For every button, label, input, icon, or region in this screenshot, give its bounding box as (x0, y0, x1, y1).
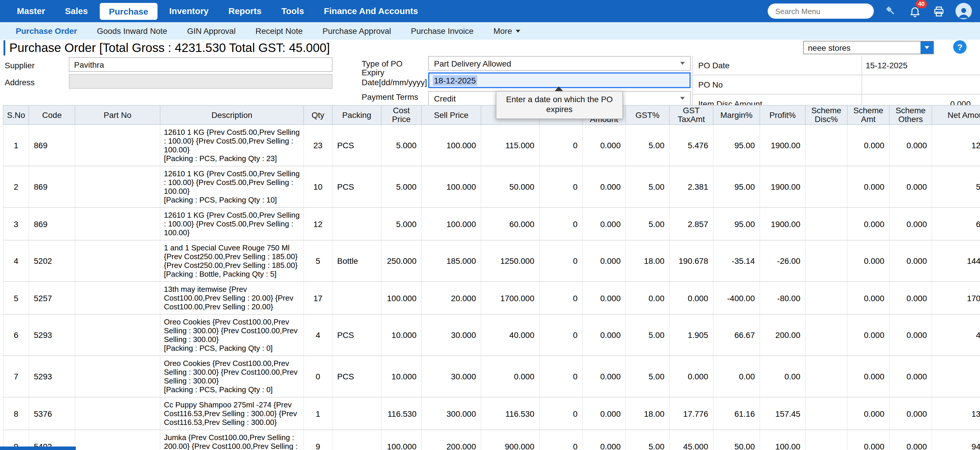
expiry-date-input[interactable]: 18-12-2025 (428, 72, 690, 88)
cell-cost-price[interactable]: 5.000 (381, 166, 422, 207)
cell-disc-pct[interactable]: 0 (539, 282, 582, 314)
cell-disc-amount[interactable]: 0.000 (582, 356, 625, 397)
cell-packing[interactable]: PCS (332, 166, 381, 207)
cell-amount[interactable]: 0.000 (481, 356, 539, 397)
cell-margin-pct[interactable]: 50.00 (713, 430, 760, 450)
cell-profit-pct[interactable]: -26.00 (760, 240, 805, 282)
cell-gst-taxamt[interactable]: 17.776 (670, 397, 713, 430)
cell-scheme-others[interactable]: 0.000 (889, 356, 932, 397)
cell-sno[interactable]: 5 (3, 282, 29, 314)
cell-net-amt[interactable]: 945.000 (932, 430, 980, 450)
cell-sell-price[interactable]: 30.000 (422, 314, 481, 356)
cell-scheme-disc-pct[interactable] (805, 397, 847, 430)
cell-profit-pct[interactable]: -80.00 (760, 282, 805, 314)
cell-sno[interactable]: 6 (3, 314, 29, 356)
cell-cost-price[interactable]: 10.000 (381, 314, 422, 356)
cell-scheme-amt[interactable]: 0.000 (847, 430, 889, 450)
cell-profit-pct[interactable]: 157.45 (760, 397, 805, 430)
cell-cost-price[interactable]: 100.000 (381, 430, 422, 450)
cell-net-amt[interactable]: 52.381 (932, 166, 980, 207)
cell-profit-pct[interactable]: 1900.00 (760, 166, 805, 207)
cell-amount[interactable]: 1700.000 (481, 282, 539, 314)
cell-net-amt[interactable]: 62.857 (932, 207, 980, 240)
cell-packing[interactable] (332, 207, 381, 240)
cell-sell-price[interactable]: 100.000 (422, 207, 481, 240)
cell-sell-price[interactable]: 200.000 (422, 430, 481, 450)
cell-qty[interactable]: 12 (304, 207, 332, 240)
cell-gst-taxamt[interactable]: 5.476 (670, 124, 713, 166)
cell-amount[interactable]: 900.000 (481, 430, 539, 450)
cell-code[interactable]: 5293 (29, 356, 75, 397)
cell-cost-price[interactable]: 10.000 (381, 356, 422, 397)
cell-amount[interactable]: 115.000 (481, 124, 539, 166)
cell-scheme-amt[interactable]: 0.000 (847, 240, 889, 282)
tab-purchase-approval[interactable]: Purchase Approval (313, 22, 401, 40)
cell-cost-price[interactable]: 100.000 (381, 282, 422, 314)
cell-disc-pct[interactable]: 0 (539, 240, 582, 282)
nav-item-reports[interactable]: Reports (218, 0, 271, 22)
cell-code[interactable]: 869 (29, 166, 75, 207)
nav-item-sales[interactable]: Sales (55, 0, 98, 22)
search-input[interactable] (768, 3, 874, 19)
cell-part-no[interactable] (75, 314, 160, 356)
cell-sno[interactable]: 4 (3, 240, 29, 282)
cell-packing[interactable]: PCS (332, 314, 381, 356)
cell-net-amt[interactable]: 134.306 (932, 397, 980, 430)
cell-description[interactable]: Oreo Cookies {Prev Cost100.00,Prev Selli… (160, 314, 304, 356)
cell-scheme-others[interactable]: 0.000 (889, 397, 932, 430)
store-selector[interactable]: neee stores (803, 41, 934, 54)
tab-receipt-note[interactable]: Receipt Note (246, 22, 313, 40)
cell-code[interactable]: 5293 (29, 314, 75, 356)
tab-goods-inward-note[interactable]: Goods Inward Note (87, 22, 177, 40)
cell-gst-taxamt[interactable]: 45.000 (670, 430, 713, 450)
cell-margin-pct[interactable]: 66.67 (713, 314, 760, 356)
cell-sno[interactable]: 7 (3, 356, 29, 397)
cell-profit-pct[interactable]: 200.00 (760, 314, 805, 356)
cell-gst-pct[interactable]: 5.00 (625, 124, 670, 166)
user-avatar[interactable] (956, 3, 972, 19)
subnav-more-button[interactable]: More (484, 22, 530, 40)
cell-scheme-amt[interactable]: 0.000 (847, 314, 889, 356)
cell-gst-pct[interactable]: 18.00 (625, 240, 670, 282)
cell-profit-pct[interactable]: 1900.00 (760, 124, 805, 166)
cell-part-no[interactable] (75, 207, 160, 240)
cell-disc-amount[interactable]: 0.000 (582, 124, 625, 166)
cell-gst-taxamt[interactable]: 2.381 (670, 166, 713, 207)
cell-scheme-others[interactable]: 0.000 (889, 314, 932, 356)
cell-sell-price[interactable]: 20.000 (422, 282, 481, 314)
cell-gst-pct[interactable]: 5.00 (625, 166, 670, 207)
cell-sell-price[interactable]: 30.000 (422, 356, 481, 397)
cell-disc-pct[interactable]: 0 (539, 207, 582, 240)
horizontal-scrollbar-thumb[interactable] (0, 447, 76, 450)
cell-disc-pct[interactable]: 0 (539, 314, 582, 356)
tab-gin-approval[interactable]: GIN Approval (177, 22, 246, 40)
cell-scheme-disc-pct[interactable] (805, 207, 847, 240)
cell-sno[interactable]: 8 (3, 397, 29, 430)
nav-item-master[interactable]: Master (7, 0, 55, 22)
cell-code[interactable]: 869 (29, 207, 75, 240)
cell-part-no[interactable] (75, 240, 160, 282)
cell-sell-price[interactable]: 100.000 (422, 166, 481, 207)
cell-scheme-amt[interactable]: 0.000 (847, 207, 889, 240)
cell-scheme-others[interactable]: 0.000 (889, 124, 932, 166)
cell-part-no[interactable] (75, 282, 160, 314)
cell-packing[interactable] (332, 430, 381, 450)
cell-packing[interactable] (332, 282, 381, 314)
cell-sno[interactable]: 3 (3, 207, 29, 240)
cell-sno[interactable]: 1 (3, 124, 29, 166)
cell-code[interactable]: 5257 (29, 282, 75, 314)
cell-net-amt[interactable]: 120.476 (932, 124, 980, 166)
cell-margin-pct[interactable]: 95.00 (713, 124, 760, 166)
cell-code[interactable]: 5376 (29, 397, 75, 430)
cell-qty[interactable]: 5 (304, 240, 332, 282)
cell-part-no[interactable] (75, 397, 160, 430)
cell-scheme-amt[interactable]: 0.000 (847, 166, 889, 207)
cell-net-amt[interactable]: 1440.678 (932, 240, 980, 282)
cell-cost-price[interactable]: 5.000 (381, 124, 422, 166)
cell-scheme-others[interactable]: 0.000 (889, 430, 932, 450)
notifications-bell-icon[interactable]: 40 (908, 4, 922, 18)
cell-disc-amount[interactable]: 0.000 (582, 397, 625, 430)
cell-description[interactable]: 12610 1 KG {Prev Cost5.00,Prev Selling :… (160, 166, 304, 207)
cell-part-no[interactable] (75, 356, 160, 397)
cell-description[interactable]: 12610 1 KG {Prev Cost5.00,Prev Selling :… (160, 207, 304, 240)
